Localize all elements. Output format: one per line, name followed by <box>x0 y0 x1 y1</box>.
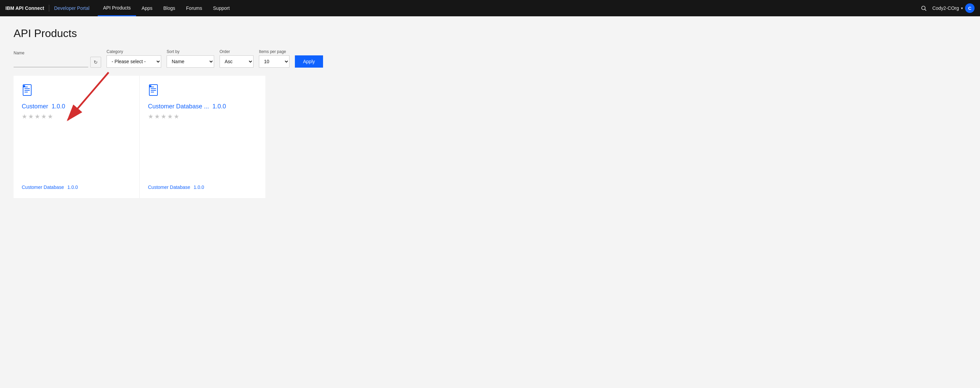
user-dropdown[interactable]: Cody2-COrg ▾ C <box>932 3 975 13</box>
sort-filter-group: Sort by Name Date Rating <box>167 49 214 68</box>
products-grid: Customer 1.0.0 ★ ★ ★ ★ ★ Customer Databa… <box>14 76 529 198</box>
nav-support[interactable]: Support <box>208 0 235 16</box>
star-1: ★ <box>22 113 27 120</box>
category-filter-group: Category - Please select - Finance Healt… <box>107 49 161 68</box>
svg-rect-13 <box>149 85 151 87</box>
sort-select[interactable]: Name Date Rating <box>167 55 214 68</box>
search-button[interactable] <box>921 5 927 11</box>
name-filter-group: Name ↻ <box>14 51 101 68</box>
product-icon-1 <box>22 84 131 99</box>
portal-link[interactable]: Developer Portal <box>54 5 89 11</box>
order-filter-group: Order Asc Desc <box>220 49 253 68</box>
brand-name: IBM API Connect <box>5 5 44 11</box>
category-filter-label: Category <box>107 49 161 54</box>
name-filter-label: Name <box>14 51 101 55</box>
product-plan-1: Customer Database <box>22 185 64 190</box>
apply-button[interactable]: Apply <box>295 55 323 68</box>
star-2-1: ★ <box>148 113 153 120</box>
sort-filter-label: Sort by <box>167 49 214 54</box>
order-select[interactable]: Asc Desc <box>220 55 253 68</box>
name-search-input[interactable] <box>14 57 88 67</box>
product-version-1: 1.0.0 <box>52 103 65 110</box>
nav-forums[interactable]: Forums <box>181 0 207 16</box>
items-filter-label: Items per page <box>259 49 290 54</box>
svg-line-1 <box>925 9 926 11</box>
category-select[interactable]: - Please select - Finance Healthcare Ret… <box>107 55 161 68</box>
user-avatar: C <box>965 3 975 13</box>
navbar-right: Cody2-COrg ▾ C <box>921 3 975 13</box>
svg-rect-5 <box>24 90 30 91</box>
items-select[interactable]: 5 10 25 50 <box>259 55 290 68</box>
filters-row: Name ↻ Category - Please select - Financ… <box>14 49 529 68</box>
nav-api-products[interactable]: API Products <box>98 0 137 16</box>
refresh-button[interactable]: ↻ <box>90 57 101 68</box>
product-header-1: Customer 1.0.0 <box>22 103 131 110</box>
product-footer-1: Customer Database 1.0.0 <box>22 185 131 190</box>
product-icon-2 <box>148 84 257 99</box>
refresh-icon: ↻ <box>94 59 98 65</box>
nav-divider <box>49 5 49 11</box>
star-2-2: ★ <box>154 113 160 120</box>
svg-point-0 <box>922 6 925 10</box>
product-stars-1: ★ ★ ★ ★ ★ <box>22 113 131 120</box>
svg-rect-7 <box>23 85 25 87</box>
navbar: IBM API Connect Developer Portal API Pro… <box>0 0 980 16</box>
star-3: ★ <box>35 113 40 120</box>
svg-rect-12 <box>151 92 154 93</box>
svg-rect-11 <box>151 90 156 91</box>
chevron-down-icon: ▾ <box>961 6 963 11</box>
star-4: ★ <box>41 113 46 120</box>
star-2-5: ★ <box>174 113 179 120</box>
svg-rect-4 <box>24 88 30 89</box>
product-plan-version-2: 1.0.0 <box>194 185 204 190</box>
nav-links: API Products Apps Blogs Forums Support <box>98 0 235 16</box>
nav-apps[interactable]: Apps <box>136 0 158 16</box>
product-header-2: Customer Database ... 1.0.0 <box>148 103 257 110</box>
order-filter-label: Order <box>220 49 253 54</box>
product-version-2: 1.0.0 <box>212 103 226 110</box>
search-icon <box>921 5 927 11</box>
product-plan-2: Customer Database <box>148 185 190 190</box>
product-name-2: Customer Database ... <box>148 103 209 110</box>
star-2-4: ★ <box>167 113 173 120</box>
product-card-1[interactable]: Customer 1.0.0 ★ ★ ★ ★ ★ Customer Databa… <box>14 76 139 198</box>
star-5: ★ <box>48 113 53 120</box>
product-stars-2: ★ ★ ★ ★ ★ <box>148 113 257 120</box>
product-card-2[interactable]: Customer Database ... 1.0.0 ★ ★ ★ ★ ★ Cu… <box>140 76 266 198</box>
product-plan-version-1: 1.0.0 <box>68 185 78 190</box>
product-name-1: Customer <box>22 103 48 110</box>
name-input-wrap: ↻ <box>14 57 101 68</box>
page-title: API Products <box>14 27 529 40</box>
page-content: API Products Name ↻ Category - Please se… <box>0 16 543 209</box>
nav-blogs[interactable]: Blogs <box>158 0 181 16</box>
svg-rect-10 <box>151 88 156 89</box>
products-container: Customer 1.0.0 ★ ★ ★ ★ ★ Customer Databa… <box>14 76 529 198</box>
user-name: Cody2-COrg <box>932 5 959 11</box>
star-2: ★ <box>28 113 33 120</box>
items-filter-group: Items per page 5 10 25 50 <box>259 49 290 68</box>
product-footer-2: Customer Database 1.0.0 <box>148 185 257 190</box>
star-2-3: ★ <box>161 113 166 120</box>
svg-rect-6 <box>24 92 28 93</box>
